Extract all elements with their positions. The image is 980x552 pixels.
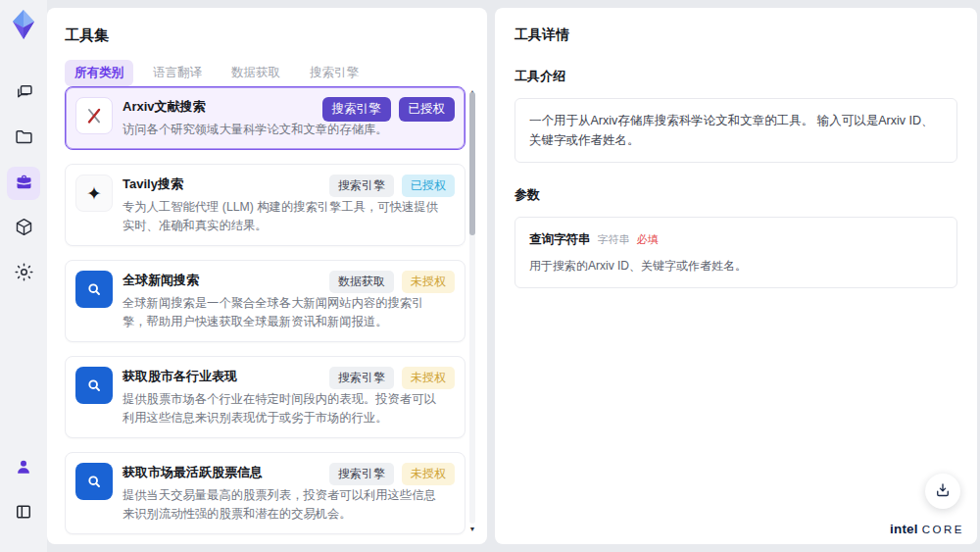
sidebar-item-settings[interactable]: [7, 257, 40, 290]
category-tabs: 所有类别 语言翻译 数据获取 搜索引擎: [47, 45, 487, 86]
tab-language-translation[interactable]: 语言翻译: [143, 60, 212, 86]
briefcase-icon: [14, 172, 34, 196]
sidebar-item-collapse[interactable]: [7, 497, 40, 530]
param-name: 查询字符串: [529, 229, 591, 249]
user-icon: [14, 457, 33, 480]
collapse-panel-icon: [14, 502, 33, 526]
folder-icon: [14, 126, 34, 151]
app-logo: [9, 8, 38, 41]
tool-list: Arxiv文献搜索 访问各个研究领域大量科学论文和文章的存储库。 搜索引擎 已授…: [65, 86, 466, 538]
auth-status-badge: 已授权: [399, 97, 456, 122]
brand-intel: intel: [890, 522, 918, 536]
tool-card-arxiv[interactable]: Arxiv文献搜索 访问各个研究领域大量科学论文和文章的存储库。 搜索引擎 已授…: [65, 86, 466, 150]
chat-icon: [14, 81, 34, 106]
blue-search-icon: [75, 367, 113, 404]
blue-search-icon: [75, 271, 113, 308]
blue-search-icon: [75, 463, 113, 500]
tool-details-panel: 工具详情 工具介绍 一个用于从Arxiv存储库搜索科学论文和文章的工具。 输入可…: [495, 8, 977, 544]
arxiv-logo-icon: [75, 97, 113, 134]
download-icon: [934, 481, 952, 502]
brand-core: CORE: [922, 524, 964, 535]
category-badge: 搜索引擎: [329, 463, 394, 485]
params-heading: 参数: [514, 186, 957, 204]
sidebar-item-toolbox[interactable]: [7, 167, 40, 200]
sparkle-icon: ✦: [75, 175, 113, 212]
param-required-label: 必填: [637, 231, 659, 249]
tool-description: 全球新闻搜索是一个聚合全球各大新闻网站内容的搜索引擎，帮助用户快速获取全球最新资…: [122, 294, 438, 331]
tool-description: 提供当天交易量最高的股票列表，投资者可以利用这些信息来识别流动性强的股票和潜在的…: [122, 486, 438, 524]
icon-rail: [0, 0, 47, 552]
tool-list-scrollbar[interactable]: ▲ ▼: [468, 88, 476, 532]
download-button[interactable]: [925, 474, 960, 509]
scroll-down-icon[interactable]: ▼: [468, 526, 476, 532]
tab-data-fetch[interactable]: 数据获取: [221, 60, 290, 86]
param-description: 用于搜索的Arxiv ID、关键字或作者姓名。: [529, 257, 943, 276]
tool-description: 提供股票市场各个行业在特定时间段内的表现。投资者可以利用这些信息来识别表现优于或…: [122, 390, 438, 427]
tool-card-most-active-stocks[interactable]: 获取市场最活跃股票信息 提供当天交易量最高的股票列表，投资者可以利用这些信息来识…: [65, 452, 466, 534]
tools-panel: 工具集 所有类别 语言翻译 数据获取 搜索引擎 Arxiv文献搜索 访问各个研究…: [47, 8, 487, 544]
sidebar-item-chat[interactable]: [7, 76, 40, 110]
details-title: 工具详情: [514, 26, 957, 44]
intro-heading: 工具介绍: [514, 68, 957, 85]
sidebar-item-account[interactable]: [7, 452, 40, 485]
auth-status-badge: 未授权: [402, 367, 455, 389]
auth-status-badge: 未授权: [402, 463, 455, 485]
tool-description: 访问各个研究领域大量科学论文和文章的存储库。: [122, 121, 438, 139]
category-badge: 搜索引擎: [329, 175, 394, 197]
category-badge: 搜索引擎: [322, 97, 391, 122]
category-badge: 数据获取: [329, 271, 394, 293]
tool-card-tavily[interactable]: ✦ Tavily搜索 专为人工智能代理 (LLM) 构建的搜索引擎工具，可快速提…: [65, 164, 466, 246]
param-box: 查询字符串 字符串 必填 用于搜索的Arxiv ID、关键字或作者姓名。: [514, 217, 957, 288]
tab-search-engine[interactable]: 搜索引擎: [300, 60, 368, 86]
intel-core-logo: intel CORE: [890, 522, 964, 536]
auth-status-badge: 未授权: [402, 271, 455, 293]
scrollbar-thumb[interactable]: [469, 92, 475, 235]
tool-card-sector-performance[interactable]: 获取股市各行业表现 提供股票市场各个行业在特定时间段内的表现。投资者可以利用这些…: [65, 356, 466, 438]
tool-description: 专为人工智能代理 (LLM) 构建的搜索引擎工具，可快速提供实时、准确和真实的结…: [122, 198, 438, 235]
gear-icon: [14, 262, 34, 286]
sidebar-item-plugins[interactable]: [7, 212, 40, 245]
tools-panel-title: 工具集: [47, 8, 487, 45]
auth-status-badge: 已授权: [402, 175, 455, 197]
param-type: 字符串: [598, 231, 630, 249]
tool-card-global-news[interactable]: 全球新闻搜索 全球新闻搜索是一个聚合全球各大新闻网站内容的搜索引擎，帮助用户快速…: [65, 260, 466, 342]
tab-all-categories[interactable]: 所有类别: [65, 60, 133, 86]
intro-text-box: 一个用于从Arxiv存储库搜索科学论文和文章的工具。 输入可以是Arxiv ID…: [514, 98, 957, 163]
cube-icon: [14, 217, 34, 241]
sidebar-item-files[interactable]: [7, 122, 40, 155]
category-badge: 搜索引擎: [329, 367, 394, 389]
